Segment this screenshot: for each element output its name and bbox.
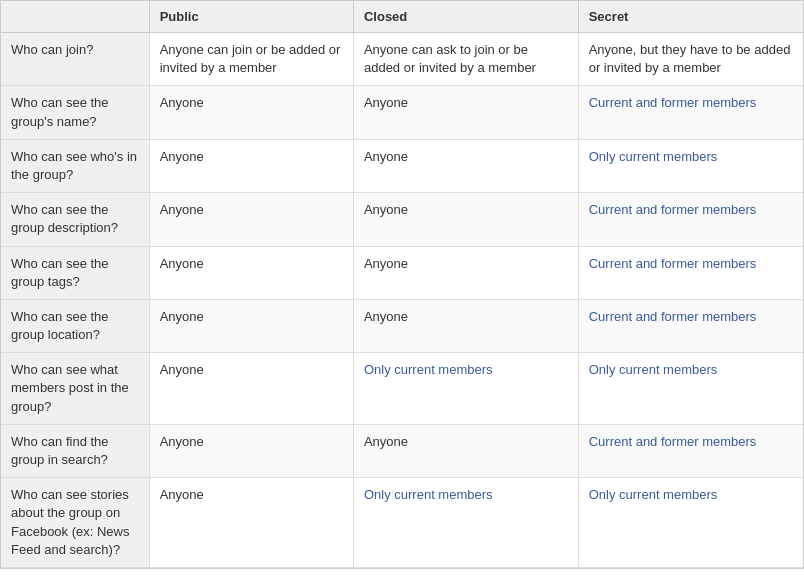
question-cell: Who can see what members post in the gro… <box>1 353 149 425</box>
question-cell: Who can see who's in the group? <box>1 139 149 192</box>
secret-cell: Only current members <box>578 353 803 425</box>
public-cell: Anyone <box>149 424 353 477</box>
header-question <box>1 1 149 33</box>
secret-cell: Current and former members <box>578 86 803 139</box>
closed-cell: Anyone <box>353 193 578 246</box>
secret-cell: Anyone, but they have to be added or inv… <box>578 33 803 86</box>
table-row: Who can see the group location?AnyoneAny… <box>1 299 803 352</box>
closed-cell: Only current members <box>353 478 578 568</box>
question-cell: Who can see the group location? <box>1 299 149 352</box>
table-row: Who can see the group description?Anyone… <box>1 193 803 246</box>
question-cell: Who can see the group's name? <box>1 86 149 139</box>
header-closed: Closed <box>353 1 578 33</box>
table-row: Who can find the group in search?AnyoneA… <box>1 424 803 477</box>
closed-cell: Only current members <box>353 353 578 425</box>
public-cell: Anyone <box>149 86 353 139</box>
public-cell: Anyone <box>149 139 353 192</box>
comparison-table: Public Closed Secret Who can join?Anyone… <box>0 0 804 569</box>
secret-cell: Current and former members <box>578 193 803 246</box>
header-public: Public <box>149 1 353 33</box>
closed-cell: Anyone <box>353 86 578 139</box>
public-cell: Anyone can join or be added or invited b… <box>149 33 353 86</box>
public-cell: Anyone <box>149 246 353 299</box>
public-cell: Anyone <box>149 193 353 246</box>
secret-cell: Only current members <box>578 478 803 568</box>
table-row: Who can see who's in the group?AnyoneAny… <box>1 139 803 192</box>
question-cell: Who can see the group tags? <box>1 246 149 299</box>
closed-cell: Anyone <box>353 299 578 352</box>
table-row: Who can see stories about the group on F… <box>1 478 803 568</box>
secret-cell: Current and former members <box>578 424 803 477</box>
table-row: Who can join?Anyone can join or be added… <box>1 33 803 86</box>
question-cell: Who can see stories about the group on F… <box>1 478 149 568</box>
question-cell: Who can find the group in search? <box>1 424 149 477</box>
table-row: Who can see the group tags?AnyoneAnyoneC… <box>1 246 803 299</box>
secret-cell: Only current members <box>578 139 803 192</box>
public-cell: Anyone <box>149 353 353 425</box>
table-row: Who can see what members post in the gro… <box>1 353 803 425</box>
closed-cell: Anyone can ask to join or be added or in… <box>353 33 578 86</box>
question-cell: Who can see the group description? <box>1 193 149 246</box>
header-secret: Secret <box>578 1 803 33</box>
closed-cell: Anyone <box>353 424 578 477</box>
closed-cell: Anyone <box>353 246 578 299</box>
table-row: Who can see the group's name?AnyoneAnyon… <box>1 86 803 139</box>
secret-cell: Current and former members <box>578 246 803 299</box>
public-cell: Anyone <box>149 299 353 352</box>
secret-cell: Current and former members <box>578 299 803 352</box>
closed-cell: Anyone <box>353 139 578 192</box>
question-cell: Who can join? <box>1 33 149 86</box>
public-cell: Anyone <box>149 478 353 568</box>
